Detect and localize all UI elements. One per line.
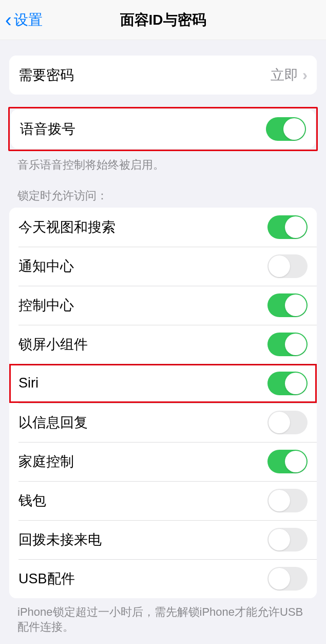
page-title: 面容ID与密码	[0, 10, 326, 30]
nav-bar: ‹ 设置 面容ID与密码	[0, 0, 326, 40]
lock-access-row-control: 控制中心	[9, 286, 317, 325]
toggle-knob	[285, 373, 306, 394]
lock-access-row-notifications: 通知中心	[9, 247, 317, 286]
toggle-knob	[285, 216, 306, 238]
lock-access-label-today: 今天视图和搜索	[18, 218, 267, 236]
toggle-knob	[283, 118, 305, 140]
lock-access-toggle-callback[interactable]	[267, 528, 308, 551]
toggle-knob	[269, 568, 290, 590]
lock-access-toggle-home[interactable]	[267, 450, 308, 473]
lock-access-label-siri: Siri	[18, 375, 267, 391]
lock-access-row-widgets: 锁屏小组件	[9, 325, 317, 364]
lock-access-row-home: 家庭控制	[9, 442, 317, 481]
lock-access-row-today: 今天视图和搜索	[9, 208, 317, 247]
back-label: 设置	[14, 10, 43, 30]
lock-access-toggle-usb[interactable]	[267, 567, 308, 591]
lock-access-toggle-today[interactable]	[267, 215, 308, 239]
lock-access-toggle-control[interactable]	[267, 293, 308, 317]
toggle-knob	[269, 529, 290, 550]
lock-access-label-widgets: 锁屏小组件	[18, 335, 267, 354]
chevron-right-icon: ›	[302, 66, 308, 84]
lock-access-label-control: 控制中心	[18, 296, 267, 315]
toggle-knob	[285, 334, 306, 355]
lock-access-label-home: 家庭控制	[18, 452, 267, 471]
lock-access-toggle-notifications[interactable]	[267, 254, 308, 278]
voice-dial-row: 语音拨号	[11, 109, 315, 149]
lock-access-toggle-widgets[interactable]	[267, 333, 308, 356]
voice-dial-toggle[interactable]	[266, 117, 306, 141]
toggle-knob	[269, 412, 290, 433]
lock-access-row-siri: Siri	[9, 364, 317, 403]
toggle-knob	[269, 490, 290, 511]
chevron-left-icon: ‹	[5, 10, 12, 30]
lock-access-group: 今天视图和搜索通知中心控制中心锁屏小组件Siri以信息回复家庭控制钱包回拨未接来…	[9, 208, 317, 598]
require-passcode-value: 立即	[271, 66, 298, 84]
lock-access-label-reply: 以信息回复	[18, 413, 267, 432]
voice-dial-label: 语音拨号	[20, 120, 266, 138]
require-passcode-row[interactable]: 需要密码 立即 ›	[9, 56, 317, 95]
voice-dial-footer: 音乐语音控制将始终被启用。	[0, 151, 326, 173]
require-passcode-label: 需要密码	[18, 66, 271, 84]
highlight-voice-dial: 语音拨号	[8, 107, 318, 151]
passcode-group: 需要密码 立即 ›	[9, 56, 317, 95]
lock-access-toggle-wallet[interactable]	[267, 489, 308, 512]
lock-access-label-wallet: 钱包	[18, 491, 267, 510]
lock-access-row-usb: USB配件	[9, 559, 317, 598]
toggle-knob	[285, 451, 306, 472]
lock-access-row-callback: 回拨未接来电	[9, 520, 317, 559]
lock-access-toggle-siri[interactable]	[267, 372, 308, 395]
lock-access-footer: iPhone锁定超过一小时后，需先解锁iPhone才能允许USB配件连接。	[0, 598, 326, 635]
toggle-knob	[285, 295, 306, 316]
lock-access-row-wallet: 钱包	[9, 481, 317, 520]
lock-access-label-callback: 回拨未接来电	[18, 530, 267, 549]
lock-access-label-usb: USB配件	[18, 569, 267, 588]
lock-access-row-reply: 以信息回复	[9, 403, 317, 442]
lock-access-label-notifications: 通知中心	[18, 257, 267, 275]
lock-access-header: 锁定时允许访问：	[0, 173, 326, 208]
back-button[interactable]: ‹ 设置	[0, 10, 43, 30]
lock-access-toggle-reply[interactable]	[267, 411, 308, 434]
toggle-knob	[269, 255, 290, 277]
voice-dial-group: 语音拨号	[11, 109, 315, 149]
